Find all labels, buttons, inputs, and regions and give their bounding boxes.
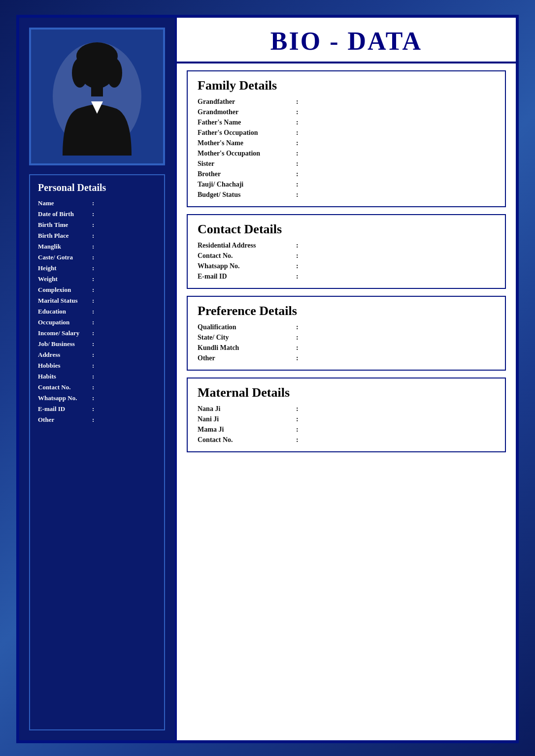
personal-detail-label: Job/ Business	[38, 340, 92, 348]
personal-detail-label: Birth Place	[38, 232, 92, 240]
contact-detail-colon: :	[296, 273, 299, 281]
personal-detail-colon: :	[92, 351, 94, 359]
family-detail-row: Tauji/ Chachaji:	[198, 181, 495, 189]
family-detail-label: Grandmother	[198, 108, 296, 116]
maternal-detail-label: Nani Ji	[198, 415, 296, 423]
family-detail-row: Budget/ Status:	[198, 191, 495, 199]
family-detail-colon: :	[296, 181, 299, 189]
personal-detail-row: Contact No.:	[38, 383, 156, 391]
maternal-detail-colon: :	[296, 405, 299, 413]
personal-detail-colon: :	[92, 264, 94, 272]
family-detail-colon: :	[296, 150, 299, 158]
family-detail-colon: :	[296, 160, 299, 168]
personal-detail-label: Date of Birth	[38, 210, 92, 218]
personal-detail-colon: :	[92, 340, 94, 348]
preference-detail-row: State/ City:	[198, 334, 495, 342]
family-detail-row: Mother's Name:	[198, 139, 495, 147]
personal-detail-row: Date of Birth:	[38, 210, 156, 218]
preference-detail-colon: :	[296, 354, 299, 362]
personal-detail-colon: :	[92, 286, 94, 294]
contact-detail-row: Whatsapp No.:	[198, 262, 495, 270]
maternal-detail-colon: :	[296, 426, 299, 434]
preference-detail-label: Other	[198, 354, 296, 362]
family-detail-colon: :	[296, 129, 299, 137]
photo-box	[29, 28, 165, 165]
family-detail-label: Father's Occupation	[198, 129, 296, 137]
preference-detail-row: Kundli Match:	[198, 344, 495, 352]
left-column: Personal Details Name:Date of Birth:Birt…	[19, 18, 177, 740]
contact-detail-label: Whatsapp No.	[198, 262, 296, 270]
section-maternal: Maternal DetailsNana Ji:Nani Ji:Mama Ji:…	[187, 378, 506, 452]
personal-detail-label: Habits	[38, 373, 92, 380]
contact-detail-row: E-mail ID:	[198, 273, 495, 281]
contact-detail-row: Residential Address:	[198, 242, 495, 250]
preference-detail-row: Qualification:	[198, 323, 495, 331]
personal-detail-colon: :	[92, 275, 94, 283]
section-title-maternal: Maternal Details	[198, 385, 495, 400]
right-column: BIO - DATA Family DetailsGrandfather:Gra…	[177, 18, 516, 740]
personal-detail-label: Hobbies	[38, 362, 92, 370]
family-detail-colon: :	[296, 170, 299, 178]
personal-detail-row: Weight:	[38, 275, 156, 283]
personal-detail-row: Birth Time:	[38, 221, 156, 229]
svg-point-4	[106, 58, 122, 88]
personal-detail-row: Habits:	[38, 373, 156, 380]
preference-detail-label: State/ City	[198, 334, 296, 342]
section-contact: Contact DetailsResidential Address:Conta…	[187, 214, 506, 289]
personal-detail-row: Address:	[38, 351, 156, 359]
family-detail-label: Sister	[198, 160, 296, 168]
family-detail-colon: :	[296, 139, 299, 147]
maternal-detail-label: Mama Ji	[198, 426, 296, 434]
maternal-detail-label: Contact No.	[198, 436, 296, 444]
personal-detail-colon: :	[92, 329, 94, 337]
personal-details-title: Personal Details	[38, 182, 156, 193]
personal-detail-row: Education:	[38, 308, 156, 315]
family-detail-label: Tauji/ Chachaji	[198, 181, 296, 189]
maternal-detail-row: Mama Ji:	[198, 426, 495, 434]
personal-detail-row: Whatsapp No.:	[38, 394, 156, 402]
personal-detail-colon: :	[92, 232, 94, 240]
personal-detail-colon: :	[92, 362, 94, 370]
family-detail-row: Brother:	[198, 170, 495, 178]
personal-detail-label: Manglik	[38, 243, 92, 251]
personal-detail-row: Height:	[38, 264, 156, 272]
personal-detail-label: Height	[38, 264, 92, 272]
maternal-detail-label: Nana Ji	[198, 405, 296, 413]
family-detail-colon: :	[296, 191, 299, 199]
maternal-detail-colon: :	[296, 436, 299, 444]
personal-detail-row: E-mail ID:	[38, 405, 156, 413]
family-detail-row: Father's Name:	[198, 119, 495, 126]
contact-detail-row: Contact No.:	[198, 252, 495, 260]
personal-detail-label: Caste/ Gotra	[38, 253, 92, 261]
personal-details-section: Personal Details Name:Date of Birth:Birt…	[29, 174, 165, 730]
personal-detail-row: Name:	[38, 199, 156, 207]
bio-data-title: BIO - DATA	[192, 27, 501, 56]
maternal-detail-row: Nana Ji:	[198, 405, 495, 413]
personal-detail-colon: :	[92, 318, 94, 326]
personal-detail-row: Other:	[38, 416, 156, 424]
personal-detail-row: Manglik:	[38, 243, 156, 251]
family-detail-label: Budget/ Status	[198, 191, 296, 199]
personal-detail-colon: :	[92, 308, 94, 315]
personal-detail-row: Marital Status:	[38, 297, 156, 305]
personal-detail-row: Hobbies:	[38, 362, 156, 370]
contact-detail-colon: :	[296, 262, 299, 270]
preference-detail-colon: :	[296, 344, 299, 352]
section-title-contact: Contact Details	[198, 222, 495, 237]
personal-detail-row: Complexion:	[38, 286, 156, 294]
personal-detail-label: Occupation	[38, 318, 92, 326]
family-detail-colon: :	[296, 98, 299, 106]
personal-detail-colon: :	[92, 394, 94, 402]
contact-detail-label: E-mail ID	[198, 273, 296, 281]
personal-details-fields: Name:Date of Birth:Birth Time:Birth Plac…	[38, 199, 156, 424]
preference-detail-colon: :	[296, 334, 299, 342]
maternal-detail-colon: :	[296, 415, 299, 423]
maternal-detail-row: Nani Ji:	[198, 415, 495, 423]
personal-detail-row: Occupation:	[38, 318, 156, 326]
preference-detail-label: Kundli Match	[198, 344, 296, 352]
personal-detail-row: Caste/ Gotra:	[38, 253, 156, 261]
personal-detail-label: Address	[38, 351, 92, 359]
svg-rect-5	[91, 86, 103, 96]
family-detail-label: Grandfather	[198, 98, 296, 106]
page-container: Personal Details Name:Date of Birth:Birt…	[16, 15, 519, 743]
